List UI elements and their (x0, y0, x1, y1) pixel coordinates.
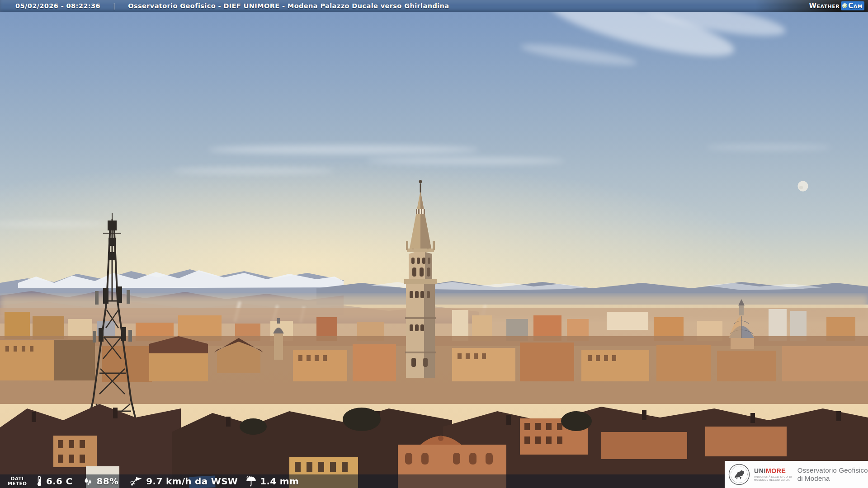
umbrella-icon (245, 476, 257, 487)
thermometer-icon (36, 476, 43, 487)
webcam-photo (0, 12, 868, 488)
webcam-title: Osservatorio Geofisico - DIEF UNIMORE - … (128, 2, 449, 9)
weathercam-word-cam: CAM (848, 2, 863, 10)
header-separator: | (113, 2, 115, 9)
humidity-metric: 88% (83, 476, 119, 487)
weathercam-word-weather: WEATHER (809, 2, 840, 10)
unimore-seal-icon (728, 464, 750, 485)
modena-cityscape (0, 12, 868, 488)
moon (798, 181, 808, 192)
precipitation-metric: 1.4 mm (245, 476, 299, 487)
timestamp: 05/02/2026 - 08:22:36 (15, 2, 100, 9)
weathercam-cam-badge: CAM (841, 1, 864, 10)
precipitation-value: 1.4 mm (260, 476, 299, 487)
humidity-value: 88% (97, 476, 119, 487)
unimore-brand-box: UNIMORE UNIVERSITÀ DEGLI STUDI DI MODENA… (725, 461, 868, 488)
weathercam-lens-icon (842, 3, 847, 8)
humidity-icon (83, 476, 94, 487)
meteo-label: DATI METEO (6, 476, 28, 486)
weathercam-logo: WEATHER CAM (809, 1, 864, 10)
wind-value: 9.7 km/h da WSW (146, 476, 238, 487)
temperature-metric: 6.6 C (36, 476, 73, 487)
observatory-name: Osservatorio Geofisico di Modena (797, 466, 868, 483)
webcam-header-bar: 05/02/2026 - 08:22:36 | Osservatorio Geo… (0, 0, 868, 12)
temperature-value: 6.6 C (46, 476, 73, 487)
wind-icon (129, 476, 143, 487)
unimore-wordmark: UNIMORE UNIVERSITÀ DEGLI STUDI DI MODENA… (754, 468, 792, 481)
wind-metric: 9.7 km/h da WSW (129, 476, 238, 487)
